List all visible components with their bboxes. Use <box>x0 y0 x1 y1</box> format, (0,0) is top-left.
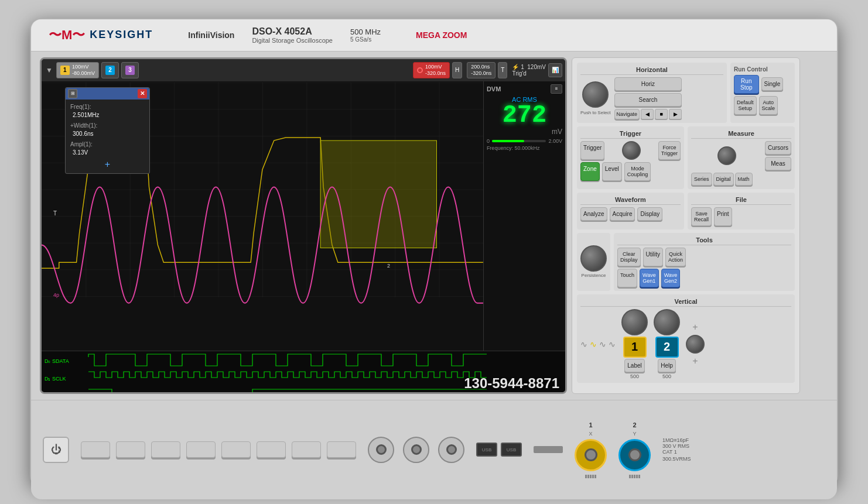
force-trigger-btn[interactable]: ForceTrigger <box>658 141 681 160</box>
label-btn[interactable]: Label <box>624 359 644 372</box>
bnc-2-inner <box>411 444 422 455</box>
cursors-btn[interactable]: Cursors <box>765 141 791 155</box>
trigger-bottom-row: Zone Level ModeCoupling <box>580 162 681 181</box>
func-btn-5[interactable] <box>221 441 251 458</box>
horiz-btn[interactable]: Horiz <box>614 77 682 91</box>
dvm-scale: 0 2.00V <box>487 138 562 144</box>
scope-icon[interactable]: 📊 <box>548 63 562 77</box>
mode-coupling-btn[interactable]: ModeCoupling <box>624 162 651 181</box>
pin-a <box>629 475 631 478</box>
bottom-section: ⏻ USB USB <box>31 400 837 499</box>
stop-btn[interactable]: ■ <box>655 109 668 119</box>
ch2-button[interactable]: 2 <box>101 62 119 78</box>
series-btn[interactable]: Series <box>691 173 712 186</box>
vertical-title: Vertical <box>580 298 791 307</box>
bandwidth-label: 500 MHz <box>350 28 381 36</box>
meas-btn[interactable]: Meas <box>765 157 791 170</box>
wave-gen2-btn[interactable]: WaveGen2 <box>661 269 681 287</box>
single-btn[interactable]: Single <box>761 77 784 91</box>
func-btn-2[interactable] <box>116 441 145 458</box>
dvm-icon[interactable]: ≡ <box>551 84 562 94</box>
keysight-wave-icon: 〜M〜 <box>49 26 85 44</box>
ch4-button[interactable]: 100mV -320.0ns <box>413 62 450 78</box>
oscilloscope-body: 〜M〜 KEYSIGHT InfiniiVision DSO-X 4052A D… <box>30 18 838 486</box>
clear-display-btn[interactable]: ClearDisplay <box>617 248 641 266</box>
func-btn-3[interactable] <box>151 441 180 458</box>
save-recall-btn[interactable]: SaveRecall <box>691 207 712 226</box>
acquire-btn[interactable]: Acquire <box>610 207 635 221</box>
func-btn-1[interactable] <box>81 441 110 458</box>
bnc-2[interactable] <box>403 437 429 463</box>
level-btn[interactable]: Level <box>602 162 622 181</box>
trigger-measure-row: Trigger Trigger ForceTrigger Zone Level … <box>577 126 795 189</box>
print-btn[interactable]: Print <box>714 207 732 226</box>
timebase-button[interactable]: 200.0ns -320.0ns <box>467 62 495 78</box>
menu-arrow[interactable]: ▼ <box>45 65 54 76</box>
pin-2 <box>587 475 589 478</box>
play-left-btn[interactable]: ◀ <box>641 109 654 119</box>
vertical-section: Vertical ∿ ∿ ∿ ∿ 1 Label 500 <box>577 294 795 383</box>
persist-knob[interactable] <box>580 245 607 272</box>
power-button[interactable]: ⏻ <box>43 437 69 463</box>
meas-titlebar: ⊞ ✕ <box>66 88 149 100</box>
navigate-btn[interactable]: Navigate <box>614 109 640 119</box>
utility-btn[interactable]: Utility <box>643 248 663 266</box>
display-btn[interactable]: Display <box>637 207 662 221</box>
measure-controls: Cursors Meas <box>691 141 791 170</box>
wave-icon-1: ∿ <box>580 340 587 349</box>
zone-btn[interactable]: Zone <box>580 162 600 181</box>
dvm-scale-max: 2.00V <box>548 138 562 144</box>
ch2-probe-connector[interactable] <box>618 439 651 471</box>
run-buttons: RunStop Single DefaultSetup AutoScale <box>734 75 791 115</box>
sample-rate-label: 5 GSa/s <box>350 36 381 43</box>
ch2-vertical-knob[interactable] <box>654 309 680 335</box>
func-btn-6[interactable] <box>257 441 286 458</box>
ch2-label-box[interactable]: 2 <box>655 337 679 358</box>
touch-btn[interactable]: Touch <box>617 269 637 287</box>
wave-gen1-btn[interactable]: WaveGen1 <box>640 269 659 287</box>
func-btn-7[interactable] <box>292 441 321 458</box>
ch1-vertical-knob[interactable] <box>621 309 648 335</box>
bnc-3[interactable] <box>438 437 464 463</box>
measure-knob[interactable] <box>717 146 736 165</box>
analyze-btn[interactable]: Analyze <box>580 207 607 221</box>
usb-area: USB USB <box>476 443 522 457</box>
usb-port-1[interactable]: USB <box>476 443 497 457</box>
help-btn[interactable]: Help <box>658 359 676 372</box>
meas-grid-icon[interactable]: ⊞ <box>68 89 77 98</box>
ch1-probe-connector[interactable] <box>575 439 607 471</box>
auto-scale-btn[interactable]: AutoScale <box>759 96 778 115</box>
func-btn-4[interactable] <box>186 441 216 458</box>
horizontal-position-knob[interactable] <box>582 81 609 108</box>
ch3-button[interactable]: 3 <box>121 62 139 78</box>
trigger-level-knob[interactable] <box>622 141 641 160</box>
ch1-knob-area: 1 Label 500 <box>621 309 648 379</box>
meas-close-btn[interactable]: ✕ <box>138 89 147 98</box>
tools-knob-section: Persistence <box>577 233 610 291</box>
play-right-btn[interactable]: ▶ <box>669 109 682 119</box>
run-stop-btn[interactable]: RunStop <box>734 75 759 94</box>
horizontal-controls: Push to Select Horiz Search Navigate ◀ ■… <box>580 77 723 119</box>
func-btn-8[interactable] <box>327 441 356 458</box>
timebase-values: 200.0ns -320.0ns <box>471 64 491 77</box>
math-btn[interactable]: Math <box>735 173 753 186</box>
svg-text:D₁ SCLK: D₁ SCLK <box>45 376 66 382</box>
bnc-1[interactable] <box>368 437 394 463</box>
offset-controls: + + <box>686 322 705 366</box>
add-measurement-btn[interactable]: + <box>70 159 145 170</box>
trigger-section: Trigger Trigger ForceTrigger Zone Level … <box>577 126 684 189</box>
setup-row: DefaultSetup AutoScale <box>734 96 791 115</box>
default-setup-btn[interactable]: DefaultSetup <box>734 96 757 115</box>
offset-knob[interactable] <box>686 335 705 354</box>
quick-action-btn[interactable]: QuickAction <box>665 248 686 266</box>
ch1-button[interactable]: 1 100mV -80.00mV <box>56 62 99 78</box>
trig-info: ⚡ 1 120mV Trig'd <box>512 64 546 77</box>
trigger-btn[interactable]: Trigger <box>580 141 604 160</box>
measure-buttons: Cursors Meas <box>765 141 791 170</box>
usb-port-2[interactable]: USB <box>501 443 522 457</box>
search-btn[interactable]: Search <box>614 93 682 107</box>
run-control-section: Run Control RunStop Single DefaultSetup … <box>730 63 795 123</box>
ch1-label-box[interactable]: 1 <box>623 337 647 358</box>
pin-1 <box>585 475 587 478</box>
digital-btn[interactable]: Digital <box>713 173 734 186</box>
